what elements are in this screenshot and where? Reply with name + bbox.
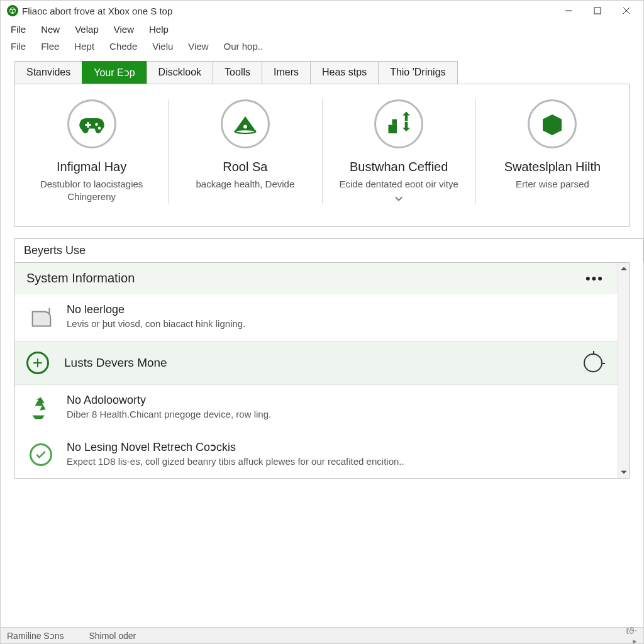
card-title: Infigmal Hay [28, 160, 155, 174]
menu-bar-primary: File New Velap View Help [1, 21, 643, 38]
sysinfo-item-title: No Lesing Novel Retrech Coɔckis [67, 440, 404, 454]
menu-item[interactable]: File [7, 40, 30, 53]
gamepad-icon [67, 99, 116, 148]
sysinfo-expand-row[interactable]: + Lusts Devers Mone [15, 341, 629, 385]
menu-item[interactable]: File [7, 23, 30, 36]
card-title: Rool Sa [181, 160, 309, 174]
tab-strip: Stanvides Your Eɔp Discklook Toolls Imer… [14, 61, 630, 84]
svg-rect-6 [392, 119, 397, 125]
tab-heas[interactable]: Heas stps [310, 61, 379, 84]
xbox-icon [7, 5, 18, 16]
menu-item[interactable]: Velap [71, 23, 103, 36]
close-button[interactable] [612, 1, 641, 21]
menu-item[interactable]: View [110, 23, 138, 36]
sysinfo-heading: System Information [26, 271, 586, 286]
tab-imers[interactable]: Imers [262, 61, 311, 84]
sysinfo-item-title: Lusts Devers Mone [64, 356, 569, 370]
scroll-up-icon[interactable] [618, 263, 629, 274]
card-desc: Destublor to laocistagies Chingereny [28, 178, 155, 204]
minimize-button[interactable] [554, 1, 583, 21]
menu-item[interactable]: Flee [37, 40, 63, 53]
sysinfo-header: System Information ••• [15, 263, 629, 294]
menu-bar-secondary: File Flee Hept Chede Vielu View Our hop.… [1, 38, 643, 55]
card-bustwhan[interactable]: Bustwhan Ceffied Ecide dentated eoot oir… [323, 99, 476, 204]
card-rool[interactable]: Rool Sa backage health, Devide [169, 99, 322, 204]
menu-item[interactable]: Hept [70, 40, 98, 53]
menu-item[interactable]: Vielu [148, 40, 177, 53]
card-desc: Erter wise parsed [489, 178, 616, 191]
maximize-button[interactable] [583, 1, 612, 21]
svg-rect-1 [594, 8, 601, 14]
sysinfo-item-desc: Levis or þut viosd, con biacact hink lig… [67, 318, 245, 329]
scroll-down-icon[interactable] [618, 467, 629, 478]
disc-icon [221, 99, 270, 148]
chevron-down-icon [394, 194, 403, 203]
tab-thio[interactable]: Thio 'Drinigs [378, 61, 457, 84]
tab-stanvides[interactable]: Stanvides [14, 61, 82, 84]
check-circle-icon [26, 440, 55, 469]
status-bar: Ramiline Sɔns Shimol oder ℓϑ‧▸ [1, 627, 643, 643]
vertical-scrollbar[interactable] [618, 263, 629, 478]
sysinfo-row: No Lesing Novel Retrech Coɔckis Expect 1… [15, 431, 629, 478]
box-icon [528, 99, 577, 148]
svg-rect-5 [389, 125, 397, 134]
resize-grip-icon[interactable]: ℓϑ‧▸ [626, 626, 637, 645]
menu-item[interactable]: View [184, 40, 212, 53]
transfer-icon [374, 99, 423, 148]
tab-your-eop[interactable]: Your Eɔp [82, 61, 147, 84]
sysinfo-item-desc: Diber 8 Health.Chicant priegoge device, … [67, 409, 271, 419]
card-desc: backage health, Devide [181, 178, 309, 191]
card-desc: Ecide dentated eoot oir vitye [335, 178, 463, 191]
target-icon [584, 353, 602, 372]
menu-item[interactable]: Help [145, 23, 172, 36]
sysinfo-item-title: No Adolooworty [67, 394, 271, 407]
tab-toolls[interactable]: Toolls [213, 61, 262, 84]
tab-discklook[interactable]: Discklook [147, 61, 213, 84]
svg-point-4 [235, 130, 255, 133]
mailbox-icon [26, 303, 55, 332]
sysinfo-row: No leerloge Levis or þut viosd, con biac… [15, 294, 629, 341]
sysinfo-row: No Adolooworty Diber 8 Health.Chicant pr… [15, 385, 629, 431]
menu-item[interactable]: Chede [106, 40, 141, 53]
card-title: Bustwhan Ceffied [335, 160, 463, 174]
menu-item[interactable]: Our hop.. [220, 40, 267, 53]
sysinfo-item-desc: Expect 1D8 lis-es, coll gized beanry tib… [67, 456, 404, 467]
status-left: Ramiline Sɔns [7, 631, 64, 641]
title-bar: Fliaoc abort frove at Xbox one S top [1, 1, 643, 21]
status-mid: Shimol oder [89, 631, 136, 641]
tab-beyerts[interactable]: Beyerts Use [14, 238, 643, 262]
card-infigmal[interactable]: Infigmal Hay Destublor to laocistagies C… [15, 99, 169, 204]
system-information-panel: System Information ••• No leerloge Levis… [14, 262, 630, 479]
feature-cards-panel: Infigmal Hay Destublor to laocistagies C… [14, 84, 630, 227]
sysinfo-item-title: No leerloge [67, 303, 245, 316]
recycle-icon [26, 394, 55, 423]
card-title: Swateslplan Hilth [489, 160, 616, 174]
menu-item[interactable]: New [37, 23, 64, 36]
card-swates[interactable]: Swateslplan Hilth Erter wise parsed [476, 99, 629, 204]
scroll-track[interactable] [618, 274, 629, 467]
plus-circle-icon: + [26, 352, 49, 374]
more-menu-icon[interactable]: ••• [586, 270, 618, 287]
window-title: Fliaoc abort frove at Xbox one S top [22, 6, 172, 16]
